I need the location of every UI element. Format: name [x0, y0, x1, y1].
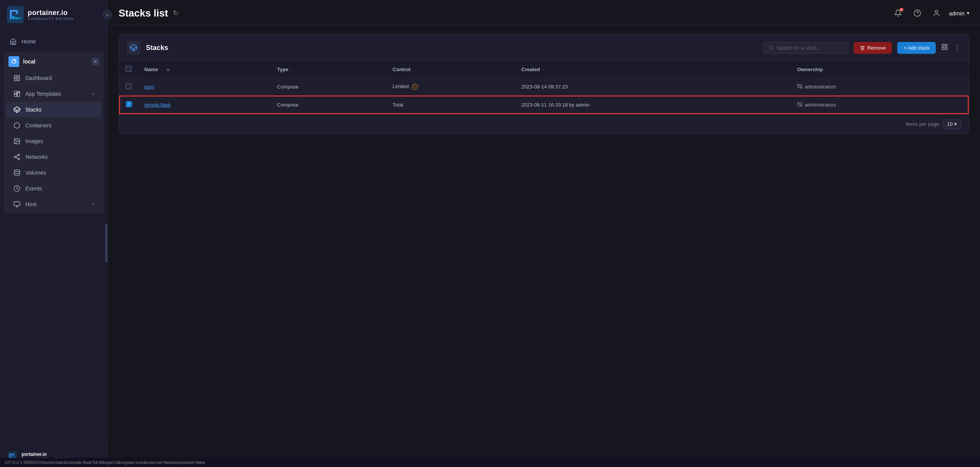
user-avatar-button[interactable]	[930, 6, 943, 20]
environment-close-button[interactable]: ✕	[92, 58, 99, 65]
environment-header: local ✕	[4, 53, 104, 70]
sidebar-item-label-images: Images	[25, 138, 94, 144]
sidebar-item-app-templates[interactable]: App Templates ▾	[6, 86, 101, 102]
svg-line-21	[16, 155, 18, 157]
sidebar-item-label-app-templates: App Templates	[25, 91, 87, 97]
environment-section: local ✕ Dashboard Ap	[4, 52, 104, 214]
more-options-button[interactable]: ⋮	[953, 43, 961, 52]
svg-rect-24	[14, 202, 20, 206]
svg-point-16	[15, 140, 16, 140]
refresh-button[interactable]: ↻	[173, 9, 179, 17]
topbar-left: Stacks list ↻	[119, 7, 179, 19]
user-menu-chevron-icon: ▾	[967, 10, 969, 16]
trash-icon	[860, 45, 865, 50]
svg-rect-30	[13, 454, 13, 456]
stack-name-link-npm[interactable]: npm	[144, 84, 154, 90]
ownership-visibility-icon-simple-flask	[797, 102, 803, 108]
table-header: Name ↕ ⊌ Type ↕ Control Created	[119, 61, 968, 78]
logo-area: portainer.io COMMUNITY EDITION «	[0, 0, 107, 30]
svg-rect-43	[942, 44, 944, 46]
card-title: Stacks	[146, 44, 758, 52]
app-templates-icon	[13, 90, 21, 98]
status-url: 127.0.0.1:9000/#!/2/docker/stacks/simple…	[5, 460, 205, 465]
remove-button[interactable]: Remove	[854, 42, 892, 54]
stack-control-simple-flask: Total	[386, 96, 515, 114]
sidebar-item-events[interactable]: Events	[6, 181, 101, 196]
topbar-right: 1 admin ▾	[891, 6, 969, 20]
ownership-sort-icon[interactable]: ↕	[826, 68, 827, 72]
svg-rect-45	[945, 47, 947, 49]
row-checkbox-simple-flask[interactable]: ✓	[126, 101, 132, 107]
sidebar-nav: Home local ✕	[0, 30, 107, 445]
svg-rect-10	[18, 75, 20, 77]
notifications-button[interactable]: 1	[891, 6, 905, 20]
svg-line-42	[772, 48, 773, 49]
search-box[interactable]	[764, 42, 848, 53]
sidebar-item-home[interactable]: Home	[2, 34, 105, 49]
sidebar-item-label-stacks: Stacks	[25, 107, 94, 113]
sidebar-item-networks[interactable]: Networks	[6, 149, 101, 165]
type-sort-icon[interactable]: ↕	[291, 68, 293, 72]
logo-name: portainer.io	[28, 9, 74, 17]
add-stack-button[interactable]: + Add stack	[897, 42, 936, 54]
sidebar-collapse-button[interactable]: «	[103, 10, 112, 19]
stack-created-simple-flask: 2023-08-11 16:33:18 by admin	[515, 96, 791, 114]
col-header-created: Created ↕	[515, 61, 791, 78]
content-area: Stacks Remove + Add stack	[108, 25, 980, 467]
svg-rect-3	[16, 10, 18, 14]
sidebar-scrollbar[interactable]	[105, 77, 107, 444]
help-button[interactable]	[910, 6, 924, 20]
ownership-visibility-icon-npm	[797, 83, 803, 90]
sidebar-item-label-home: Home	[22, 38, 98, 45]
stack-ownership-npm: administrators	[791, 78, 968, 96]
svg-point-17	[18, 154, 20, 156]
created-sort-icon[interactable]: ↕	[543, 68, 544, 72]
sidebar-item-host[interactable]: Host ▾	[6, 197, 101, 212]
sidebar-item-label-dashboard: Dashboard	[25, 75, 94, 81]
sidebar: portainer.io COMMUNITY EDITION « Home	[0, 0, 108, 467]
sidebar-item-images[interactable]: Images	[6, 133, 101, 149]
stack-ownership-simple-flask: administrators	[791, 96, 968, 114]
remove-button-label: Remove	[867, 45, 886, 51]
stack-control-npm: Limited ⓘ	[386, 78, 515, 96]
dashboard-icon	[13, 74, 21, 82]
row-checkbox-npm[interactable]	[125, 83, 132, 89]
user-menu[interactable]: admin ▾	[949, 10, 969, 17]
logo-icon	[7, 6, 24, 23]
svg-point-22	[14, 170, 20, 172]
name-sort-icon[interactable]: ↕	[161, 68, 162, 72]
containers-icon	[13, 122, 21, 129]
filter-icon[interactable]: ⊌	[166, 67, 170, 72]
stack-name-link-simple-flask[interactable]: simple-flask	[144, 102, 171, 108]
stacks-card: Stacks Remove + Add stack	[119, 34, 969, 134]
col-header-ownership: Ownership ↕	[791, 61, 968, 78]
images-icon	[13, 137, 21, 145]
sidebar-item-volumes[interactable]: Volumes	[6, 165, 101, 180]
ownership-value-npm: administrators	[805, 84, 836, 90]
app-templates-chevron-icon: ▾	[92, 92, 94, 97]
search-input[interactable]	[777, 45, 843, 51]
logo-text: portainer.io COMMUNITY EDITION	[28, 9, 74, 21]
select-all-checkbox[interactable]	[125, 66, 132, 72]
control-value-simple-flask: Total	[393, 102, 403, 108]
host-chevron-icon: ▾	[92, 202, 94, 207]
sidebar-item-containers[interactable]: Containers	[6, 118, 101, 133]
sidebar-item-stacks[interactable]: Stacks	[6, 102, 101, 117]
svg-rect-46	[942, 47, 944, 49]
table-row: npm Compose Limited ⓘ 2023-08-14 09:37:2…	[119, 78, 968, 96]
items-per-page-select[interactable]: 10 ▾	[943, 119, 961, 129]
status-bar: 127.0.0.1:9000/#!/2/docker/stacks/simple…	[0, 458, 980, 467]
sidebar-item-dashboard[interactable]: Dashboard	[6, 70, 101, 86]
stacks-table: Name ↕ ⊌ Type ↕ Control Created	[119, 61, 969, 114]
svg-point-38	[935, 10, 938, 13]
svg-rect-44	[945, 44, 947, 46]
add-stack-button-label: + Add stack	[903, 45, 930, 51]
topbar: Stacks list ↻ 1	[108, 0, 980, 25]
table-row: ✓ simple-flask Compose Total 2023-08-11 …	[119, 96, 968, 114]
host-icon	[13, 200, 21, 208]
control-info-icon-npm[interactable]: ⓘ	[412, 84, 418, 90]
view-toggle-button[interactable]	[941, 43, 948, 52]
card-header: Stacks Remove + Add stack	[119, 35, 969, 61]
svg-point-18	[14, 156, 16, 158]
svg-line-20	[16, 157, 18, 158]
